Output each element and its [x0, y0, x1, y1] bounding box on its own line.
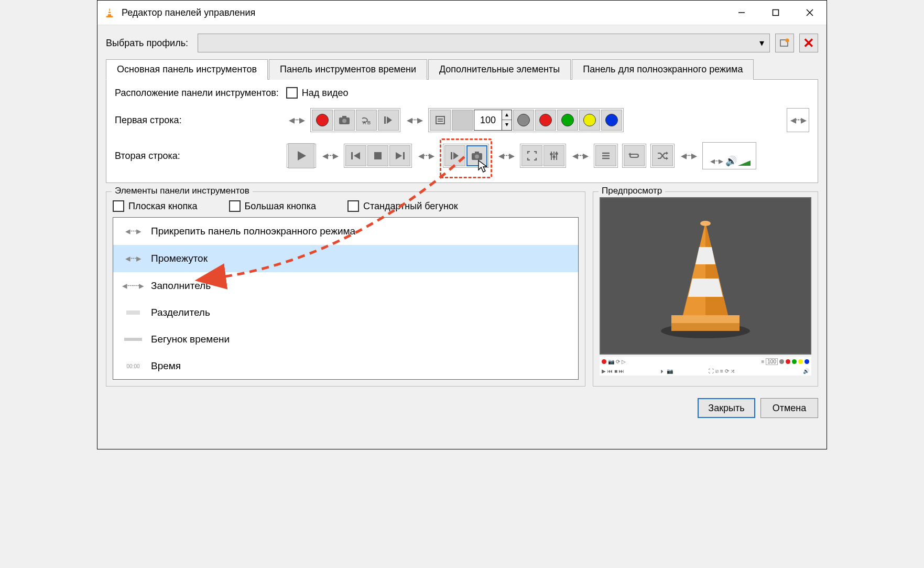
spacer-icon[interactable]: ◂┄▸: [287, 113, 306, 127]
spacer-icon[interactable]: ◂┄▸: [708, 155, 724, 167]
blue-dot-button[interactable]: [601, 110, 622, 131]
ab-loop-button[interactable]: A B: [356, 110, 377, 131]
playlist-button[interactable]: [430, 110, 451, 131]
list-item-label: Время: [151, 360, 181, 372]
spacer-icon[interactable]: ◂┄▸: [320, 149, 340, 163]
line1-group-right[interactable]: ◂┄▸: [787, 108, 809, 132]
grey-dot-button[interactable]: [513, 110, 534, 131]
play-button[interactable]: [288, 143, 314, 168]
prev-button[interactable]: [345, 145, 366, 166]
spacer-icon: ◂┄▸: [123, 252, 144, 264]
list-item-label: Заполнитель: [151, 280, 211, 292]
line2-group-play[interactable]: [287, 144, 316, 168]
green-dot-button[interactable]: [557, 110, 578, 131]
above-video-checkbox[interactable]: Над видео: [286, 87, 349, 99]
fullscreen-button[interactable]: [521, 145, 542, 166]
volume-slider-icon[interactable]: [738, 159, 751, 167]
next-button[interactable]: [389, 145, 410, 166]
above-video-label: Над видео: [302, 88, 349, 99]
spacer-icon[interactable]: ◂┄▸: [405, 113, 424, 127]
dot-icon: [583, 114, 596, 126]
stop-icon: [374, 152, 382, 160]
volume-icon[interactable]: 🔊: [725, 155, 737, 167]
red-dot-button[interactable]: [535, 110, 556, 131]
window-controls: [724, 1, 827, 25]
tab-advanced[interactable]: Дополнительные элементы: [428, 59, 571, 80]
time-icon: 00:00: [123, 363, 144, 369]
line1-group-record[interactable]: A B: [310, 108, 400, 132]
loop-button[interactable]: [624, 145, 645, 166]
spacer-icon[interactable]: ◂┄▸: [679, 149, 698, 163]
splitter-icon: [123, 310, 144, 315]
svg-rect-14: [384, 116, 386, 124]
checkbox-icon: [347, 200, 359, 212]
tab-time-toolbar[interactable]: Панель инструментов времени: [269, 59, 427, 80]
line2-group-playlist[interactable]: [594, 144, 618, 168]
line2-group-fullscreen[interactable]: [520, 144, 566, 168]
list-item[interactable]: ◂┄┄▸ Заполнитель: [113, 272, 578, 299]
record-button[interactable]: [312, 110, 333, 131]
close-button[interactable]: [792, 1, 827, 25]
shuffle-button[interactable]: [652, 145, 673, 166]
stop-button[interactable]: [367, 145, 388, 166]
line2-group-dropped[interactable]: [443, 144, 489, 168]
svg-point-9: [786, 39, 789, 42]
svg-rect-25: [451, 152, 452, 159]
svg-marker-26: [453, 152, 459, 159]
list-item-label: Промежуток: [151, 253, 208, 264]
snapshot-button-selected[interactable]: [466, 145, 487, 166]
frame-step-button[interactable]: [378, 110, 399, 131]
spacer-icon[interactable]: ◂┄▸: [788, 113, 808, 127]
tab-fullscreen[interactable]: Панель для полноэкранного режима: [572, 59, 754, 80]
spacer-icon[interactable]: ◂┄▸: [570, 149, 590, 163]
profile-select[interactable]: [198, 34, 770, 52]
list-item[interactable]: Бегунок времени: [113, 326, 578, 353]
svg-rect-3: [106, 16, 113, 17]
spin-down[interactable]: ▾: [502, 120, 512, 130]
native-slider-label: Стандартный бегунок: [363, 201, 458, 212]
titlebar: Редактор панелей управления: [97, 1, 827, 25]
playlist-button[interactable]: [595, 145, 616, 166]
big-button-label: Большая кнопка: [245, 201, 316, 212]
camera-icon: [339, 115, 350, 125]
list-item-selected[interactable]: ◂┄▸ Промежуток: [113, 245, 578, 272]
delete-profile-button[interactable]: ✕: [799, 34, 818, 52]
native-slider-checkbox[interactable]: Стандартный бегунок: [347, 200, 458, 212]
preview-mini-row1: 📷⟳▷ ≡100: [600, 357, 811, 367]
flat-button-label: Плоская кнопка: [128, 201, 198, 212]
speed-spinbox[interactable]: ▴ ▾: [474, 110, 512, 131]
maximize-button[interactable]: [758, 1, 792, 25]
flat-button-checkbox[interactable]: Плоская кнопка: [113, 200, 198, 212]
tab-main-toolbar[interactable]: Основная панель инструментов: [106, 59, 268, 80]
big-button-checkbox[interactable]: Большая кнопка: [229, 200, 316, 212]
line2-group-volume[interactable]: ◂┄▸ 🔊: [702, 142, 756, 169]
svg-marker-48: [705, 222, 728, 315]
equalizer-button[interactable]: [543, 145, 564, 166]
svg-rect-24: [403, 152, 405, 159]
line1-label: Первая строка:: [115, 115, 282, 126]
line2-group-skip[interactable]: [344, 144, 412, 168]
cancel-button[interactable]: Отмена: [760, 398, 818, 418]
checkbox-icon: [113, 200, 124, 212]
speed-input[interactable]: [474, 110, 502, 130]
list-item[interactable]: 00:00 Время: [113, 353, 578, 380]
empty-slot[interactable]: [452, 110, 473, 131]
line2-group-shuffle[interactable]: [650, 144, 675, 168]
svg-marker-21: [354, 152, 360, 159]
minimize-button[interactable]: [724, 1, 758, 25]
spacer-icon[interactable]: ◂┄▸: [416, 149, 436, 163]
line2-dropped-group-wrapper: [440, 141, 492, 171]
frame-step-button[interactable]: [444, 145, 465, 166]
list-item[interactable]: ◂┄▸ Прикрепить панель полноэкранного реж…: [113, 218, 578, 245]
next-icon: [395, 151, 405, 160]
new-profile-button[interactable]: [775, 34, 794, 52]
line2-group-loop[interactable]: [622, 144, 646, 168]
spin-up[interactable]: ▴: [502, 110, 512, 120]
yellow-dot-button[interactable]: [579, 110, 600, 131]
elements-list[interactable]: ◂┄▸ Прикрепить панель полноэкранного реж…: [113, 217, 579, 380]
spacer-icon[interactable]: ◂┄▸: [496, 149, 516, 163]
line1-group-playlist[interactable]: ▴ ▾: [428, 108, 624, 132]
snapshot-button[interactable]: [334, 110, 355, 131]
close-button[interactable]: Закрыть: [698, 398, 755, 418]
list-item[interactable]: Разделитель: [113, 299, 578, 326]
